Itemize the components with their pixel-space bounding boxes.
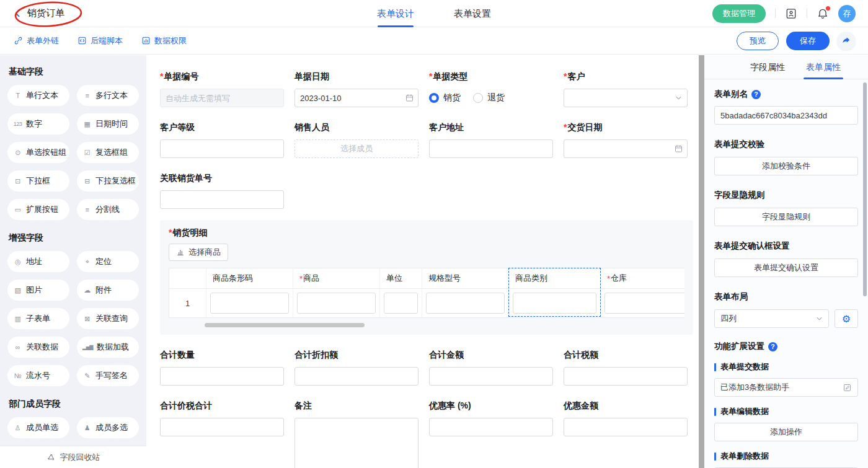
field-item-image[interactable]: ▧图片: [7, 280, 69, 301]
radio-return[interactable]: 退货: [473, 92, 505, 104]
related-sales-no-input[interactable]: [160, 190, 284, 209]
col-spec-model[interactable]: 规格型号: [422, 268, 509, 288]
preview-button[interactable]: 预览: [737, 32, 779, 50]
tab-form-settings[interactable]: 表单设置: [454, 0, 491, 27]
warehouse-cell-input[interactable]: [604, 293, 684, 314]
layout-select[interactable]: 四列: [714, 309, 829, 328]
help-icon[interactable]: ?: [768, 342, 777, 351]
field-item-member-multi[interactable]: ♟成员多选: [77, 417, 139, 438]
add-edit-action-button[interactable]: 添加操作: [714, 423, 858, 441]
field-item-extend-button[interactable]: ▭扩展按钮: [7, 199, 69, 220]
data-manage-button[interactable]: 数据管理: [712, 4, 766, 23]
field-item-divider-line[interactable]: ≡分割线: [77, 199, 139, 220]
field-item-attachment[interactable]: ☁附件: [77, 280, 139, 301]
spec-cell-input[interactable]: [426, 293, 505, 314]
radio-sales[interactable]: 销货: [429, 92, 461, 104]
field-item-checkbox-group[interactable]: ☑复选框组: [77, 142, 139, 163]
field-item-datetime[interactable]: ▦日期时间: [77, 113, 139, 135]
field-item-subform[interactable]: ▥子表单: [7, 308, 69, 329]
customer-level-input[interactable]: [160, 139, 284, 158]
save-button[interactable]: 保存: [786, 32, 830, 50]
address-book-icon[interactable]: [785, 7, 797, 20]
col-warehouse[interactable]: *仓库: [601, 268, 684, 288]
col-product-category[interactable]: 商品类别: [509, 268, 601, 288]
field-item-data-load[interactable]: ▂▅▇数据加载: [77, 337, 139, 358]
unit-cell-input[interactable]: [384, 293, 418, 314]
edit-icon[interactable]: [843, 383, 852, 392]
doc-no-input[interactable]: [160, 89, 284, 107]
field-doc-date[interactable]: 单据日期: [294, 71, 418, 107]
notifications-button[interactable]: [817, 7, 829, 20]
layout-gear-button[interactable]: ⚙: [835, 309, 858, 328]
doc-date-input[interactable]: [294, 89, 418, 107]
remark-textarea[interactable]: [294, 418, 418, 468]
field-related-sales-no[interactable]: 关联销货单号: [160, 173, 284, 209]
field-item-radio-group[interactable]: ⊙单选按钮组: [7, 142, 69, 163]
canvas-vertical-scrollbar[interactable]: [699, 55, 704, 468]
field-total-amount[interactable]: 合计金额: [429, 350, 553, 386]
tab-field-properties[interactable]: 字段属性: [750, 55, 785, 79]
field-item-single-line-text[interactable]: T单行文本: [7, 85, 69, 106]
col-unit[interactable]: 单位: [380, 268, 422, 288]
add-validation-button[interactable]: 添加校验条件: [714, 157, 858, 175]
field-item-member-single[interactable]: ♙成员单选: [7, 417, 69, 438]
tab-form-design[interactable]: 表单设计: [377, 0, 414, 27]
field-item-location[interactable]: ⌖定位: [77, 251, 139, 272]
col-barcode[interactable]: 商品条形码: [206, 268, 293, 288]
field-item-multi-select[interactable]: ⊟下拉复选框: [77, 170, 139, 192]
field-discount-amount[interactable]: 优惠金额: [564, 400, 688, 436]
share-button[interactable]: [837, 32, 856, 50]
field-customer-level[interactable]: 客户等级: [160, 122, 284, 158]
field-item-related-data[interactable]: ∞关联数据: [7, 337, 69, 358]
field-item-lookup-query[interactable]: ⊠关联查询: [77, 308, 139, 329]
field-item-number[interactable]: 123数字: [7, 113, 69, 135]
field-visibility-button[interactable]: 字段显隐规则: [714, 208, 858, 226]
field-total-qty[interactable]: 合计数量: [160, 350, 284, 386]
field-discount-rate[interactable]: 优惠率 (%): [429, 400, 553, 436]
field-salesperson[interactable]: 销售人员 选择成员: [294, 122, 418, 158]
field-customer[interactable]: *客户: [564, 71, 688, 107]
field-item-address[interactable]: ◎地址: [7, 251, 69, 272]
page-title[interactable]: 销货订单: [27, 7, 64, 19]
delivery-date-input[interactable]: [564, 139, 688, 158]
field-total-discount[interactable]: 合计折扣额: [294, 350, 418, 386]
field-total-tax[interactable]: 合计税额: [564, 350, 688, 386]
properties-scrollbar[interactable]: [863, 82, 867, 296]
total-tax-input[interactable]: [564, 367, 688, 386]
back-chevron-icon[interactable]: [12, 8, 23, 19]
member-picker[interactable]: 选择成员: [294, 139, 418, 158]
data-permission-link[interactable]: 数据权限: [141, 35, 187, 46]
table-horizontal-scrollbar[interactable]: [205, 323, 365, 327]
avatar[interactable]: 存: [838, 5, 856, 22]
total-discount-input[interactable]: [294, 367, 418, 386]
backend-script-link[interactable]: 后端脚本: [78, 35, 123, 46]
total-amount-input[interactable]: [429, 367, 553, 386]
field-customer-address[interactable]: 客户地址: [429, 122, 553, 158]
barcode-cell-input[interactable]: [210, 293, 289, 314]
field-total-with-tax[interactable]: 合计价税合计: [160, 400, 284, 436]
data-assistant-box[interactable]: 已添加3条数据助手: [714, 378, 858, 397]
category-cell-input[interactable]: [513, 293, 596, 314]
form-external-link[interactable]: 表单外链: [14, 35, 59, 46]
help-icon[interactable]: ?: [751, 90, 761, 99]
customer-address-input[interactable]: [429, 139, 553, 158]
field-recycle-bin[interactable]: 字段回收站: [0, 446, 146, 468]
total-qty-input[interactable]: [160, 367, 284, 386]
discount-rate-input[interactable]: [429, 418, 553, 436]
field-item-signature[interactable]: ✎手写签名: [77, 365, 139, 386]
field-item-multi-line-text[interactable]: ≡多行文本: [77, 85, 139, 106]
form-alias-input[interactable]: [714, 106, 858, 125]
discount-amount-input[interactable]: [564, 418, 688, 436]
field-remark[interactable]: 备注: [294, 400, 418, 468]
field-doc-no[interactable]: *单据编号: [160, 71, 284, 107]
field-item-select[interactable]: ⊡下拉框: [7, 170, 69, 192]
field-item-serial-number[interactable]: №流水号: [7, 365, 69, 386]
select-product-button[interactable]: 选择商品: [169, 244, 228, 261]
total-with-tax-input[interactable]: [160, 418, 284, 436]
col-product[interactable]: *商品: [293, 268, 380, 288]
field-delivery-date[interactable]: *交货日期: [564, 122, 688, 158]
submit-confirm-button[interactable]: 表单提交确认设置: [714, 258, 858, 277]
tab-form-properties[interactable]: 表单属性: [806, 55, 841, 79]
product-cell-input[interactable]: [297, 293, 376, 314]
customer-select[interactable]: [564, 89, 688, 107]
